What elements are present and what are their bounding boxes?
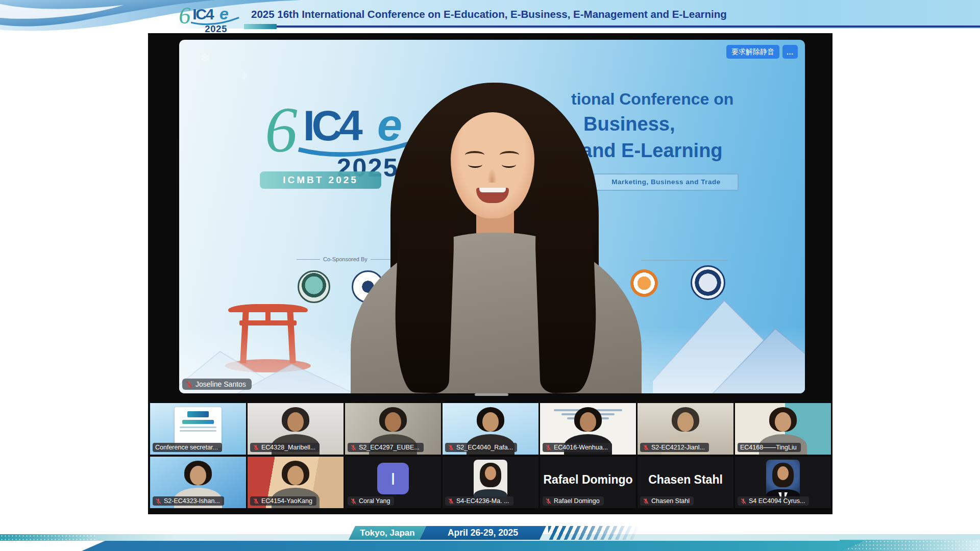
participant-name: S2-EC4323-Ishan... [164, 497, 220, 505]
mic-muted-icon [350, 444, 357, 451]
participant-name: Chasen Stahl [651, 497, 690, 505]
ic4e-logo: 6 IC4 e 2025 [179, 1, 240, 35]
slide-logo-e: e [377, 99, 402, 150]
mic-muted-icon [643, 444, 649, 451]
navy-divider-line [277, 26, 980, 28]
teal-accent-bar [244, 24, 277, 29]
participant-name-label: EC4328_Maribell... [250, 443, 320, 452]
logo-ic4: IC4 [192, 6, 214, 22]
participant-name-label: S2-EC4323-Ishan... [153, 496, 224, 506]
presenter-hair-strand [393, 159, 457, 393]
ask-to-unmute-button[interactable]: 要求解除静音 [726, 45, 779, 59]
mic-muted-icon [253, 444, 259, 451]
participant-name: S2_EC4297_EUBE... [359, 444, 420, 451]
participant-tile[interactable]: Rafael DomingoRafael Domingo [540, 457, 636, 508]
participant-name-label: S4 EC4094 Cyrus... [738, 496, 809, 506]
slide-subtitle-box: Marketing, Business and Trade [594, 173, 739, 191]
participant-display-name: Chasen Stahl [638, 473, 733, 487]
footer-dot-block-left [0, 534, 97, 541]
slide-title-line3: and E-Learning [581, 140, 723, 162]
participant-tile[interactable]: S4 EC4094 Cyrus... [735, 457, 831, 508]
participant-tile[interactable]: Chasen StahlChasen Stahl [638, 457, 733, 508]
gallery-resize-handle[interactable] [475, 393, 508, 396]
mic-muted-icon [350, 498, 357, 505]
participant-name: S4-EC4236-Ma. ... [456, 497, 509, 505]
snowflake-motif: ❄ [240, 70, 248, 82]
slide-title-line1: tional Conference on [571, 90, 733, 109]
participant-name-label: EC4154-YaoKang [250, 496, 316, 506]
participant-tile[interactable]: Conference secretar... [150, 403, 246, 455]
presenter-face [451, 112, 534, 218]
participant-name: EC4328_Maribell... [261, 444, 315, 451]
presenter-hair-strand [532, 159, 599, 393]
meeting-stage: ❄ ❄ 6 IC4 e 2025 ICMBT 2025 tional Confe… [148, 33, 832, 514]
logo-six: 6 [179, 3, 190, 29]
speaker-video[interactable]: ❄ ❄ 6 IC4 e 2025 ICMBT 2025 tional Confe… [179, 40, 805, 393]
participant-tile[interactable]: EC4016-Wenhua... [540, 403, 636, 455]
conference-title: 2025 16th International Conference on E-… [251, 8, 727, 20]
mic-muted-icon [643, 498, 649, 505]
mic-muted-icon [155, 498, 162, 505]
mic-muted-icon [253, 498, 259, 505]
mic-muted-icon [545, 444, 552, 451]
more-options-button[interactable]: … [782, 45, 798, 59]
participant-tile[interactable]: EC4328_Maribell... [248, 403, 344, 455]
footer-bar [0, 541, 980, 551]
slide-logo-ic4: IC4 [303, 102, 363, 149]
logo-e: e [219, 5, 229, 23]
participant-name: S4 EC4094 Cyrus... [749, 497, 805, 505]
participant-name-label: EC4016-Wenhua... [543, 443, 612, 452]
participant-name: Coral Yang [359, 497, 390, 505]
participant-display-name: Rafael Domingo [540, 473, 636, 487]
participant-name-label: S2_EC4040_Rafa... [445, 443, 517, 452]
location-badge: Tokyo, Japan [349, 526, 426, 540]
participant-row: S2-EC4323-Ishan...EC4154-YaoKangICoral Y… [150, 457, 831, 508]
participant-name-label: Rafael Domingo [543, 496, 604, 506]
speaker-name: Joseline Santos [195, 380, 246, 388]
participant-name: Rafael Domingo [554, 497, 600, 505]
participant-name-label: S2_EC4297_EUBE... [348, 443, 424, 452]
dates-badge: April 26-29, 2025 [420, 526, 546, 540]
mic-muted-icon [545, 498, 552, 505]
participant-tile[interactable]: S2-EC4212-Jianl... [638, 403, 733, 455]
header: 6 IC4 e 2025 2025 16th International Con… [0, 0, 980, 34]
mic-muted-icon [740, 498, 747, 505]
participant-tile[interactable]: S2-EC4323-Ishan... [150, 457, 246, 508]
participant-name-label: EC4168——TingLiu [738, 443, 801, 452]
sponsor-logo [298, 270, 330, 303]
video-controls: 要求解除静音 … [726, 45, 798, 59]
participant-row: Conference secretar...EC4328_Maribell...… [150, 403, 831, 455]
sponsor-divider-line [641, 260, 728, 261]
participant-tile[interactable]: EC4168——TingLiu [735, 403, 831, 455]
participant-tile[interactable]: ICoral Yang [345, 457, 441, 508]
participant-name: EC4168——TingLiu [740, 444, 797, 451]
footer-stripes-decoration [548, 526, 639, 540]
speaker-name-label: Joseline Santos [182, 379, 252, 390]
icmbt-badge: ICMBT 2025 [260, 171, 381, 189]
participant-tile[interactable]: S2_EC4040_Rafa... [443, 403, 538, 455]
participant-name: Conference secretar... [155, 444, 218, 451]
participant-name: EC4154-YaoKang [261, 497, 312, 505]
participant-name: S2-EC4212-Jianl... [651, 444, 705, 451]
mic-muted-icon [448, 444, 454, 451]
participant-tile[interactable]: S2_EC4297_EUBE... [345, 403, 441, 455]
avatar-initial: I [377, 463, 409, 494]
participant-gallery: Conference secretar...EC4328_Maribell...… [150, 403, 831, 508]
participant-name: S2_EC4040_Rafa... [456, 444, 513, 451]
participant-tile[interactable]: S4-EC4236-Ma. ... [443, 457, 538, 508]
mic-muted-icon [185, 381, 193, 388]
participant-name-label: S4-EC4236-Ma. ... [445, 496, 513, 506]
participant-name-label: Conference secretar... [153, 443, 222, 452]
participant-name-label: Coral Yang [348, 496, 394, 506]
mic-muted-icon [448, 498, 454, 505]
snowflake-motif: ❄ [200, 50, 211, 66]
shared-slide-thumbnail [175, 407, 222, 448]
participant-name-label: S2-EC4212-Jianl... [640, 443, 709, 452]
participant-name: EC4016-Wenhua... [554, 444, 608, 451]
cosponsor-label: Co-Sponsored By [297, 256, 394, 262]
participant-tile[interactable]: EC4154-YaoKang [248, 457, 344, 508]
slide-title-line2: Business, [583, 113, 675, 135]
slide-logo-six: 6 [265, 93, 298, 166]
participant-name-label: Chasen Stahl [640, 496, 694, 506]
